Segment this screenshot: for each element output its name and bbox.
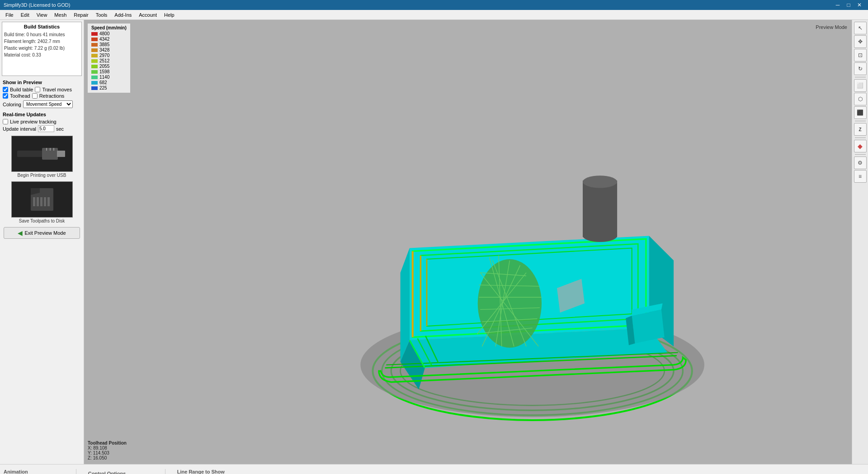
menu-tools[interactable]: Tools xyxy=(92,11,111,19)
menu-account[interactable]: Account xyxy=(135,11,160,19)
sd-card-graphic xyxy=(15,184,69,215)
sd-image xyxy=(11,181,73,218)
material-cost: Material cost: 0.33 xyxy=(4,52,80,58)
show-in-preview-title: Show in Preview xyxy=(3,80,81,85)
model-container xyxy=(84,20,852,464)
menu-file[interactable]: File xyxy=(2,11,17,19)
sd-label: Save Toolpaths to Disk xyxy=(19,218,65,223)
menu-mesh[interactable]: Mesh xyxy=(51,11,70,19)
show-in-preview-section: Show in Preview Build table Travel moves… xyxy=(0,78,84,110)
sd-section: Save Toolpaths to Disk xyxy=(2,181,82,223)
build-table-checkbox[interactable] xyxy=(3,87,8,92)
menu-repair[interactable]: Repair xyxy=(70,11,92,19)
svg-point-31 xyxy=(583,175,617,188)
build-table-row: Build table Travel moves xyxy=(3,87,81,92)
live-preview-label: Live preview tracking xyxy=(10,119,57,124)
build-statistics-title: Build Statistics xyxy=(4,24,80,29)
update-interval-unit: sec xyxy=(56,126,64,132)
svg-rect-2 xyxy=(57,151,65,157)
toolhead-position: Toolhead Position X: 89.108 Y: 114.503 Z… xyxy=(88,441,127,460)
model-button[interactable]: ◆ xyxy=(854,140,867,152)
coloring-row: Coloring Movement Speed Feature Type Tem… xyxy=(3,100,81,108)
build-time: Build time: 0 hours 41 minutes xyxy=(4,31,80,38)
menu-bar: File Edit View Mesh Repair Tools Add-Ins… xyxy=(0,10,868,20)
update-interval-label: Update interval xyxy=(3,126,36,132)
build-table-label: Build table xyxy=(10,87,33,92)
model-svg xyxy=(84,20,852,464)
toolhead-label: Toolhead xyxy=(10,93,30,99)
toolbar-separator-4 xyxy=(855,154,866,155)
maximize-button[interactable]: □ xyxy=(844,1,854,9)
svg-rect-30 xyxy=(583,180,617,237)
realtime-title: Real-time Updates xyxy=(3,112,81,117)
usb-section: Begin Printing over USB xyxy=(2,136,82,178)
menu-view[interactable]: View xyxy=(33,11,51,19)
coloring-select[interactable]: Movement Speed Feature Type Temperature … xyxy=(23,100,73,108)
filament-length: Filament length: 2402.7 mm xyxy=(4,38,80,45)
minimize-button[interactable]: ─ xyxy=(833,1,843,9)
layers-button[interactable]: ≡ xyxy=(854,170,867,183)
toolhead-pos-y: Y: 114.503 xyxy=(88,450,127,455)
separator-1 xyxy=(76,469,76,474)
close-button[interactable]: ✕ xyxy=(854,1,864,9)
svg-rect-8 xyxy=(33,197,35,206)
zoom-fit-button[interactable]: ⊡ xyxy=(854,49,867,62)
control-options-section: Control Options Preview By Line Feature … xyxy=(88,471,153,474)
build-statistics-panel: Build Statistics Build time: 0 hours 41 … xyxy=(2,22,82,76)
menu-addins[interactable]: Add-Ins xyxy=(111,11,135,19)
live-preview-row: Live preview tracking xyxy=(3,119,81,124)
svg-rect-11 xyxy=(44,197,46,206)
usb-plug-graphic xyxy=(15,138,69,170)
toolhead-row: Toolhead Retractions xyxy=(3,93,81,99)
left-panel: Build Statistics Build time: 0 hours 41 … xyxy=(0,20,84,464)
realtime-updates-section: Real-time Updates Live preview tracking … xyxy=(0,110,84,134)
update-interval-input[interactable] xyxy=(38,125,54,132)
menu-edit[interactable]: Edit xyxy=(17,11,33,19)
line-range-section: Line Range to Show Min ▲ ▼ Max ▲ ▼ xyxy=(177,469,864,474)
exit-preview-label: Exit Preview Mode xyxy=(24,230,66,236)
toolbar-separator-1 xyxy=(855,77,866,77)
usb-image xyxy=(11,136,73,172)
toolhead-pos-z: Z: 16.050 xyxy=(88,455,127,460)
toolbar-separator-2 xyxy=(855,121,866,121)
titlebar-controls: ─ □ ✕ xyxy=(833,1,864,9)
rotate-tool-button[interactable]: ↻ xyxy=(854,62,867,75)
control-options-title: Control Options xyxy=(88,471,153,474)
exit-arrow-icon: ◀ xyxy=(18,229,23,237)
viewport[interactable]: Speed (mm/min) 4800 4342 3885 3428 2970 xyxy=(84,20,852,464)
svg-rect-9 xyxy=(37,197,39,206)
svg-rect-12 xyxy=(47,197,50,206)
wireframe-button[interactable]: ⬡ xyxy=(854,93,867,105)
menu-help[interactable]: Help xyxy=(160,11,178,19)
exit-preview-button[interactable]: ◀ Exit Preview Mode xyxy=(4,227,80,239)
animation-section: Animation ▶‖ Play/Pause Speed: xyxy=(4,469,64,474)
update-interval-row: Update interval sec xyxy=(3,125,81,132)
usb-label: Begin Printing over USB xyxy=(18,173,66,178)
toolbar-separator-3 xyxy=(855,137,866,138)
separator-2 xyxy=(165,469,165,474)
toolhead-checkbox[interactable] xyxy=(3,93,8,99)
retractions-checkbox[interactable] xyxy=(32,93,38,99)
main-layout: Build Statistics Build time: 0 hours 41 … xyxy=(0,20,868,464)
perspective-button[interactable]: ⬜ xyxy=(854,79,867,92)
pan-tool-button[interactable]: ✥ xyxy=(854,35,867,48)
right-toolbar: ↖ ✥ ⊡ ↻ ⬜ ⬡ ⬛ Z ◆ ⚙ ≡ xyxy=(852,20,868,464)
travel-moves-checkbox[interactable] xyxy=(35,87,40,92)
settings-button[interactable]: ⚙ xyxy=(854,156,867,169)
zaxis-button[interactable]: Z xyxy=(854,123,867,136)
coloring-label: Coloring xyxy=(3,102,21,107)
plastic-weight: Plastic weight: 7.22 g (0.02 lb) xyxy=(4,45,80,52)
cursor-tool-button[interactable]: ↖ xyxy=(854,22,867,34)
travel-moves-label: Travel moves xyxy=(42,87,72,92)
live-preview-checkbox[interactable] xyxy=(3,119,8,124)
toolhead-pos-title: Toolhead Position xyxy=(88,441,127,446)
svg-rect-10 xyxy=(40,197,42,206)
retractions-label: Retractions xyxy=(39,93,65,99)
window-title: Simplify3D (Licensed to GOD) xyxy=(4,2,70,8)
line-range-title: Line Range to Show xyxy=(177,469,864,474)
toolhead-pos-x: X: 89.108 xyxy=(88,446,127,450)
svg-rect-0 xyxy=(17,151,44,157)
animation-title: Animation xyxy=(4,469,64,474)
solid-button[interactable]: ⬛ xyxy=(854,106,867,119)
bottom-bar: Animation ▶‖ Play/Pause Speed: Control O… xyxy=(0,464,868,474)
